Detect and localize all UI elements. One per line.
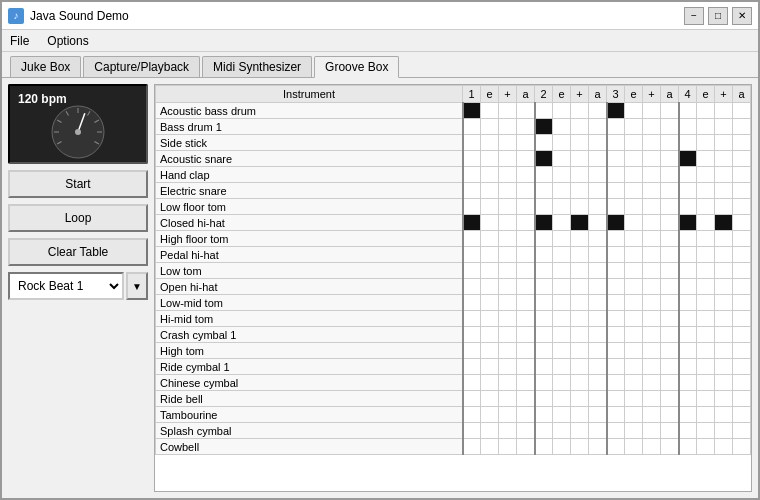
beat-cell[interactable] <box>643 151 661 167</box>
beat-cell[interactable] <box>571 375 589 391</box>
beat-cell[interactable] <box>481 231 499 247</box>
beat-cell[interactable] <box>715 119 733 135</box>
beat-cell[interactable] <box>661 407 679 423</box>
beat-cell[interactable] <box>607 103 625 119</box>
beat-cell[interactable] <box>607 343 625 359</box>
beat-cell[interactable] <box>553 295 571 311</box>
beat-cell[interactable] <box>517 247 535 263</box>
beat-cell[interactable] <box>607 247 625 263</box>
beat-cell[interactable] <box>607 135 625 151</box>
beat-cell[interactable] <box>625 247 643 263</box>
beat-cell[interactable] <box>625 167 643 183</box>
beat-cell[interactable] <box>715 199 733 215</box>
beat-cell[interactable] <box>481 151 499 167</box>
beat-cell[interactable] <box>733 183 751 199</box>
beat-cell[interactable] <box>697 247 715 263</box>
beat-cell[interactable] <box>733 423 751 439</box>
beat-cell[interactable] <box>643 343 661 359</box>
beat-cell[interactable] <box>553 439 571 455</box>
beat-cell[interactable] <box>733 167 751 183</box>
beat-cell[interactable] <box>535 375 553 391</box>
tab-capture[interactable]: Capture/Playback <box>83 56 200 77</box>
beat-cell[interactable] <box>607 231 625 247</box>
beat-cell[interactable] <box>499 391 517 407</box>
beat-cell[interactable] <box>715 167 733 183</box>
loop-button[interactable]: Loop <box>8 204 148 232</box>
beat-cell[interactable] <box>535 279 553 295</box>
beat-cell[interactable] <box>643 327 661 343</box>
beat-cell[interactable] <box>481 103 499 119</box>
beat-cell[interactable] <box>553 279 571 295</box>
beat-cell[interactable] <box>679 295 697 311</box>
beat-cell[interactable] <box>517 183 535 199</box>
beat-cell[interactable] <box>517 167 535 183</box>
beat-cell[interactable] <box>499 103 517 119</box>
beat-cell[interactable] <box>625 343 643 359</box>
beat-cell[interactable] <box>661 439 679 455</box>
beat-cell[interactable] <box>679 183 697 199</box>
beat-cell[interactable] <box>607 439 625 455</box>
beat-cell[interactable] <box>643 183 661 199</box>
beat-cell[interactable] <box>715 327 733 343</box>
beat-cell[interactable] <box>679 391 697 407</box>
beat-cell[interactable] <box>481 343 499 359</box>
beat-cell[interactable] <box>607 375 625 391</box>
beat-cell[interactable] <box>571 167 589 183</box>
beat-cell[interactable] <box>679 423 697 439</box>
beat-cell[interactable] <box>481 199 499 215</box>
beat-cell[interactable] <box>553 183 571 199</box>
beat-cell[interactable] <box>697 423 715 439</box>
beat-cell[interactable] <box>553 215 571 231</box>
beat-cell[interactable] <box>481 167 499 183</box>
beat-cell[interactable] <box>553 167 571 183</box>
beat-cell[interactable] <box>715 215 733 231</box>
beat-cell[interactable] <box>643 135 661 151</box>
beat-cell[interactable] <box>661 231 679 247</box>
beat-cell[interactable] <box>481 119 499 135</box>
beat-cell[interactable] <box>463 247 481 263</box>
beat-cell[interactable] <box>661 359 679 375</box>
beat-cell[interactable] <box>697 279 715 295</box>
beat-cell[interactable] <box>733 135 751 151</box>
beat-cell[interactable] <box>733 215 751 231</box>
beat-cell[interactable] <box>715 311 733 327</box>
beat-cell[interactable] <box>571 311 589 327</box>
beat-cell[interactable] <box>571 279 589 295</box>
beat-cell[interactable] <box>733 439 751 455</box>
beat-cell[interactable] <box>733 343 751 359</box>
beat-cell[interactable] <box>733 247 751 263</box>
beat-cell[interactable] <box>481 359 499 375</box>
beat-cell[interactable] <box>517 215 535 231</box>
beat-cell[interactable] <box>499 311 517 327</box>
beat-cell[interactable] <box>625 103 643 119</box>
beat-cell[interactable] <box>715 151 733 167</box>
beat-cell[interactable] <box>679 119 697 135</box>
beat-cell[interactable] <box>733 327 751 343</box>
beat-cell[interactable] <box>607 359 625 375</box>
beat-cell[interactable] <box>679 311 697 327</box>
beat-cell[interactable] <box>661 247 679 263</box>
beat-cell[interactable] <box>481 375 499 391</box>
beat-cell[interactable] <box>679 439 697 455</box>
beat-cell[interactable] <box>661 135 679 151</box>
beat-cell[interactable] <box>571 359 589 375</box>
beat-cell[interactable] <box>697 151 715 167</box>
beat-cell[interactable] <box>589 103 607 119</box>
beat-cell[interactable] <box>589 423 607 439</box>
tab-jukebox[interactable]: Juke Box <box>10 56 81 77</box>
beat-cell[interactable] <box>607 199 625 215</box>
beat-cell[interactable] <box>643 359 661 375</box>
beat-cell[interactable] <box>589 327 607 343</box>
beat-cell[interactable] <box>535 231 553 247</box>
beat-cell[interactable] <box>463 151 481 167</box>
beat-cell[interactable] <box>679 407 697 423</box>
beat-cell[interactable] <box>661 119 679 135</box>
beat-cell[interactable] <box>481 183 499 199</box>
beat-cell[interactable] <box>463 359 481 375</box>
beat-cell[interactable] <box>607 279 625 295</box>
beat-cell[interactable] <box>499 375 517 391</box>
beat-cell[interactable] <box>463 135 481 151</box>
beat-cell[interactable] <box>463 183 481 199</box>
beat-cell[interactable] <box>463 327 481 343</box>
beat-cell[interactable] <box>481 311 499 327</box>
